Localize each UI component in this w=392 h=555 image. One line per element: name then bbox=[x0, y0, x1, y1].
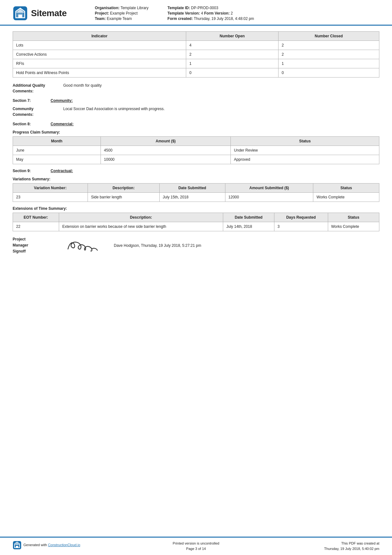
section8-number: Section 8: bbox=[13, 122, 51, 126]
table-row: 23Side barrier lengthJuly 15th, 20181200… bbox=[13, 193, 379, 202]
svg-rect-3 bbox=[18, 15, 22, 18]
form-created-row: Form created: Thursday, 19 July 2018, 4:… bbox=[168, 16, 254, 21]
signature-label: Project Manager Signoff bbox=[13, 236, 63, 255]
amount-col-header: Amount ($) bbox=[101, 137, 230, 146]
footer-logo-icon bbox=[13, 541, 21, 550]
progress-claim-title: Progress Claim Summary: bbox=[13, 130, 379, 134]
footer-generated-text: Generated with ConstructionCloud.io bbox=[23, 542, 80, 548]
progress-claim-table: Month Amount ($) Status June4500Under Re… bbox=[13, 136, 379, 164]
org-row: Organisation: Template Library bbox=[95, 6, 149, 10]
section9-header: Section 9: Contractual: bbox=[13, 169, 379, 173]
section7-header: Section 7: Community: bbox=[13, 98, 379, 103]
footer-right: This PDF was created at Thursday, 19 Jul… bbox=[257, 541, 379, 552]
section7-number: Section 7: bbox=[13, 98, 51, 103]
table-row: Hold Points and Witness Points00 bbox=[13, 68, 379, 78]
table-row: Lots42 bbox=[13, 41, 379, 50]
status-col-header: Status bbox=[231, 137, 379, 146]
eot-number-col-header: EOT Number: bbox=[13, 213, 59, 222]
logo-text: Sitemate bbox=[31, 8, 67, 18]
table-row: RFIs11 bbox=[13, 59, 379, 68]
table-row: 22Extension on barrier works because of … bbox=[13, 222, 379, 231]
indicator-table-header-row: Indicator Number Open Number Closed bbox=[13, 32, 379, 41]
footer-page: Page 3 of 14 bbox=[135, 546, 257, 552]
month-col-header: Month bbox=[13, 137, 101, 146]
number-open-col-header: Number Open bbox=[186, 32, 279, 41]
eot-days-col-header: Days Requested bbox=[274, 213, 328, 222]
table-row: Corrective Actions22 bbox=[13, 50, 379, 59]
project-row: Project: Example Project bbox=[95, 11, 149, 16]
footer-link[interactable]: ConstructionCloud.io bbox=[48, 543, 80, 547]
team-row: Team: Example Team bbox=[95, 16, 149, 21]
header-meta-left: Organisation: Template Library Project: … bbox=[95, 6, 149, 21]
extensions-header-row: EOT Number: Description: Date Submitted … bbox=[13, 213, 379, 222]
variation-number-col-header: Variation Number: bbox=[13, 184, 88, 193]
footer-left: Generated with ConstructionCloud.io bbox=[13, 541, 135, 550]
header-meta: Organisation: Template Library Project: … bbox=[95, 6, 379, 21]
community-comments-label: CommunityComments: bbox=[13, 106, 63, 117]
header-meta-right: Template ID: DP-PROD-0003 Template Versi… bbox=[168, 6, 254, 21]
section8-header: Section 8: Commercial: bbox=[13, 122, 379, 126]
number-closed-col-header: Number Closed bbox=[278, 32, 379, 41]
page-header: Sitemate Organisation: Template Library … bbox=[0, 0, 392, 26]
indicator-col-header: Indicator bbox=[13, 32, 186, 41]
footer-uncontrolled: Printed version is uncontrolled bbox=[135, 541, 257, 546]
footer-center: Printed version is uncontrolled Page 3 o… bbox=[135, 541, 257, 552]
indicator-table: Indicator Number Open Number Closed Lots… bbox=[13, 31, 379, 78]
signature-info: Dave Hodgson, Thursday, 19 July 2018, 5:… bbox=[114, 236, 201, 249]
community-comments-value: Local Soccer Dad Association is unimpres… bbox=[63, 106, 165, 112]
section9-number: Section 9: bbox=[13, 169, 51, 173]
table-row: June4500Under Review bbox=[13, 146, 379, 155]
section7-title: Community: bbox=[51, 98, 73, 103]
footer-pdf-date: Thursday, 19 July 2018, 5:40:02 pm bbox=[257, 546, 379, 552]
main-content: Indicator Number Open Number Closed Lots… bbox=[0, 26, 392, 555]
sitemate-logo-icon bbox=[13, 6, 28, 21]
additional-quality-row: Additional QualityComments: Good month f… bbox=[13, 83, 379, 94]
variation-date-col-header: Date Submitted bbox=[159, 184, 225, 193]
variations-table: Variation Number: Description: Date Subm… bbox=[13, 183, 379, 202]
eot-status-col-header: Status bbox=[328, 213, 379, 222]
signature-image bbox=[63, 236, 107, 255]
template-id-row: Template ID: DP-PROD-0003 bbox=[168, 6, 254, 10]
table-row: May10000Approved bbox=[13, 155, 379, 164]
variation-description-col-header: Description: bbox=[88, 184, 159, 193]
eot-description-col-header: Description: bbox=[59, 213, 223, 222]
variation-status-col-header: Status bbox=[313, 184, 379, 193]
variations-title: Variations Summary: bbox=[13, 177, 379, 181]
additional-quality-value: Good month for quality bbox=[63, 83, 101, 88]
variations-header-row: Variation Number: Description: Date Subm… bbox=[13, 184, 379, 193]
community-comments-row: CommunityComments: Local Soccer Dad Asso… bbox=[13, 106, 379, 117]
eot-date-col-header: Date Submitted bbox=[223, 213, 274, 222]
footer-pdf-label: This PDF was created at bbox=[257, 541, 379, 546]
additional-quality-label: Additional QualityComments: bbox=[13, 83, 63, 94]
extensions-table: EOT Number: Description: Date Submitted … bbox=[13, 213, 379, 231]
svg-rect-7 bbox=[16, 546, 18, 548]
logo-area: Sitemate bbox=[13, 6, 82, 21]
section8-title: Commercial: bbox=[51, 122, 74, 126]
variation-amount-col-header: Amount Submitted ($) bbox=[225, 184, 313, 193]
footer-logo-area: Generated with ConstructionCloud.io bbox=[13, 541, 135, 550]
progress-claim-header-row: Month Amount ($) Status bbox=[13, 137, 379, 146]
template-version-row: Template Version: 4 Form Version: 2 bbox=[168, 11, 254, 16]
page: Sitemate Organisation: Template Library … bbox=[0, 0, 392, 555]
extensions-title: Extensions of Time Summary: bbox=[13, 206, 379, 211]
signature-row: Project Manager Signoff Dave Hodgson, Th… bbox=[13, 236, 379, 255]
page-footer: Generated with ConstructionCloud.io Prin… bbox=[0, 537, 392, 555]
section9-title: Contractual: bbox=[51, 169, 73, 173]
